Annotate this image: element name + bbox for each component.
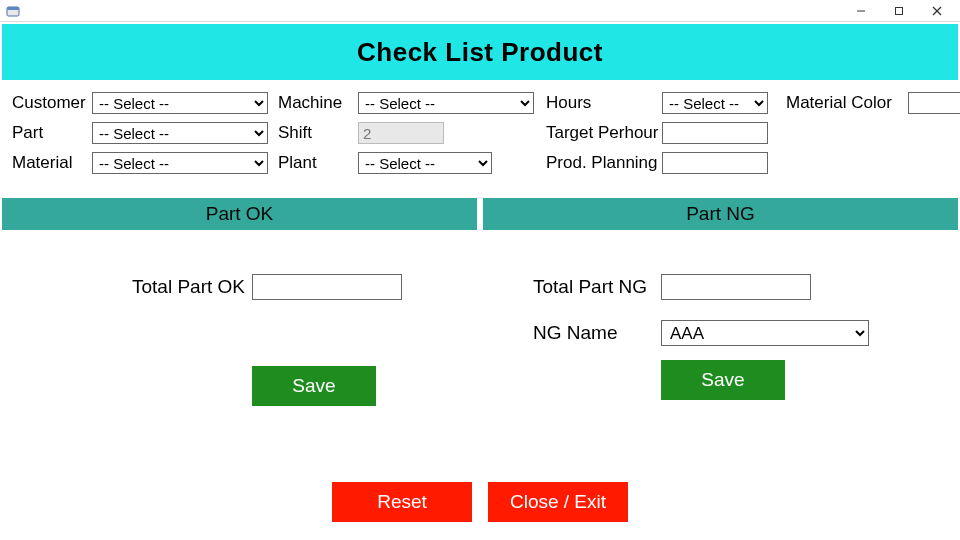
shift-input [358,122,444,144]
section-ok-title: Part OK [206,203,274,225]
target-label: Target Perhour [546,123,662,143]
svg-rect-1 [7,7,19,10]
form-area: Customer -- Select -- Part -- Select -- … [0,80,960,190]
svg-rect-3 [896,7,903,14]
shift-label: Shift [278,123,358,143]
bottom-actions: Reset Close / Exit [0,482,960,522]
page-header: Check List Product [2,24,958,80]
save-ok-button[interactable]: Save [252,366,376,406]
matcolor-label: Material Color [786,93,908,113]
minimize-button[interactable] [842,0,880,22]
section-ng-title: Part NG [686,203,755,225]
section-part-ok: Part OK [2,198,477,230]
columns: Total Part OK Save Total Part NG NG Name… [2,230,958,426]
hours-select[interactable]: -- Select -- [662,92,768,114]
part-select[interactable]: -- Select -- [92,122,268,144]
column-ok: Total Part OK Save [2,274,477,426]
total-ng-input[interactable] [661,274,811,300]
plant-label: Plant [278,153,358,173]
close-button[interactable] [918,0,956,22]
prodplan-input[interactable] [662,152,768,174]
maximize-button[interactable] [880,0,918,22]
reset-button[interactable]: Reset [332,482,472,522]
ng-name-select[interactable]: AAA [661,320,869,346]
material-label: Material [12,153,92,173]
target-input[interactable] [662,122,768,144]
machine-select[interactable]: -- Select -- [358,92,534,114]
part-label: Part [12,123,92,143]
close-exit-button[interactable]: Close / Exit [488,482,628,522]
total-ok-input[interactable] [252,274,402,300]
customer-label: Customer [12,93,92,113]
ng-name-label: NG Name [533,322,661,344]
window-controls [842,0,956,22]
prodplan-label: Prod. Planning [546,153,662,173]
matcolor-input[interactable] [908,92,960,114]
customer-select[interactable]: -- Select -- [92,92,268,114]
machine-label: Machine [278,93,358,113]
app-icon [6,4,20,18]
column-ng: Total Part NG NG Name AAA Save [483,274,958,426]
section-part-ng: Part NG [483,198,958,230]
hours-label: Hours [546,93,662,113]
section-headers: Part OK Part NG [2,198,958,230]
page-title: Check List Product [357,37,603,68]
save-ng-button[interactable]: Save [661,360,785,400]
plant-select[interactable]: -- Select -- [358,152,492,174]
title-bar [0,0,960,22]
material-select[interactable]: -- Select -- [92,152,268,174]
total-ng-label: Total Part NG [533,276,661,298]
total-ok-label: Total Part OK [132,276,252,298]
